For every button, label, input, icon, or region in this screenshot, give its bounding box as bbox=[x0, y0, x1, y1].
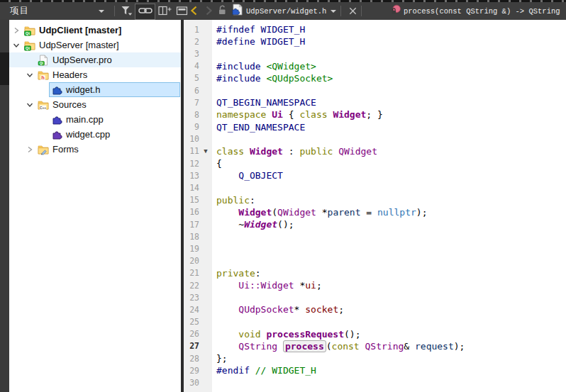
link-icon bbox=[138, 6, 152, 18]
gutter-row: 17 bbox=[184, 218, 212, 230]
gutter-row: 9 bbox=[184, 121, 212, 133]
code-line[interactable]: QString process(const QString& request); bbox=[216, 340, 566, 352]
code-line[interactable]: Ui::Widget *ui; bbox=[216, 279, 566, 291]
code-line[interactable] bbox=[216, 316, 566, 328]
code-token: QWidget bbox=[277, 207, 316, 218]
open-document-selector[interactable]: UdpServer/widget.h bbox=[246, 2, 326, 20]
gutter-row: 21 bbox=[184, 267, 212, 279]
code-line[interactable]: #include <QWidget> bbox=[216, 60, 566, 72]
code-line[interactable]: }; bbox=[216, 352, 566, 364]
code-line[interactable] bbox=[216, 376, 566, 388]
forward-button[interactable] bbox=[201, 2, 216, 21]
tree-item-widget.cpp[interactable]: widget.cpp bbox=[9, 127, 181, 142]
gutter-row: 11▼ bbox=[184, 145, 212, 157]
code-line[interactable]: public: bbox=[216, 194, 566, 206]
code-token: <QWidget> bbox=[266, 61, 316, 72]
svg-text:Qt: Qt bbox=[26, 30, 30, 35]
split-button[interactable] bbox=[156, 2, 174, 21]
code-line[interactable]: #include <QUdpSocket> bbox=[216, 72, 566, 84]
sync-with-editor-button[interactable] bbox=[135, 4, 155, 20]
code-line[interactable]: Widget(QWidget *parent = nullptr); bbox=[216, 206, 566, 218]
code-line[interactable] bbox=[216, 133, 566, 145]
tree-item-label: UdpServer.pro bbox=[52, 55, 112, 65]
code-line[interactable]: { bbox=[216, 157, 566, 169]
tree-item-label: UdpClient [master] bbox=[39, 25, 121, 35]
tree-item-sources[interactable]: C++Sources bbox=[9, 97, 181, 112]
chevron-expanded-icon[interactable] bbox=[23, 72, 35, 79]
tree-item-main.cpp[interactable]: main.cpp bbox=[9, 112, 181, 127]
line-number: 23 bbox=[184, 293, 199, 303]
toolbar-separator bbox=[340, 6, 341, 16]
filter-button[interactable] bbox=[118, 2, 135, 21]
chevron-expanded-icon[interactable] bbox=[10, 42, 22, 49]
tree-item-headers[interactable]: hHeaders bbox=[9, 67, 181, 82]
tree-item-udpserver.pro[interactable]: QtUdpServer.pro bbox=[9, 52, 181, 67]
line-number: 7 bbox=[184, 98, 199, 108]
tree-item-udpclient-master[interactable]: QtUdpClient [master] bbox=[9, 23, 181, 38]
gutter-row: 18 bbox=[184, 230, 212, 242]
code-line[interactable]: Q_OBJECT bbox=[216, 169, 566, 181]
back-icon bbox=[189, 5, 199, 19]
code-token: Widget bbox=[250, 146, 283, 157]
chevron-collapsed-icon[interactable] bbox=[10, 27, 22, 34]
close-document-button[interactable] bbox=[345, 2, 360, 21]
code-token: QT_END_NAMESPACE bbox=[216, 122, 305, 133]
project-tree-panel: QtUdpClient [master]QtUdpServer [master]… bbox=[9, 20, 181, 392]
code-line[interactable]: #endif // WIDGET_H bbox=[216, 364, 566, 376]
code-token: ; } bbox=[366, 109, 382, 120]
chevron-collapsed-icon[interactable] bbox=[23, 146, 35, 153]
fold-marker-icon[interactable]: ▼ bbox=[199, 147, 212, 155]
line-number: 18 bbox=[184, 232, 199, 242]
line-number: 2 bbox=[184, 37, 199, 47]
chevron-expanded-icon[interactable] bbox=[23, 101, 35, 108]
code-token: Q_OBJECT bbox=[238, 170, 283, 181]
code-line[interactable]: QT_BEGIN_NAMESPACE bbox=[216, 96, 566, 108]
code-line[interactable]: QUdpSocket* socket; bbox=[216, 303, 566, 315]
line-number: 10 bbox=[184, 134, 199, 144]
code-token: private bbox=[216, 268, 255, 279]
code-token: }; bbox=[216, 353, 228, 364]
line-number: 4 bbox=[184, 61, 199, 71]
gutter-row: 6 bbox=[184, 84, 212, 96]
code-line[interactable] bbox=[216, 84, 566, 96]
line-number: 15 bbox=[184, 195, 199, 205]
line-number: 16 bbox=[184, 207, 199, 217]
tree-item-label: Forms bbox=[52, 144, 79, 155]
gutter-row: 16 bbox=[184, 206, 212, 218]
symbol-label: process(const QString &) -> QString bbox=[404, 7, 560, 16]
code-line[interactable] bbox=[216, 181, 566, 194]
code-line[interactable] bbox=[216, 291, 566, 303]
gutter-row: 28 bbox=[184, 352, 212, 364]
line-number: 8 bbox=[184, 110, 199, 120]
tree-item-widget.h[interactable]: widget.h bbox=[9, 82, 181, 97]
code-line[interactable]: namespace Ui { class Widget; } bbox=[216, 108, 566, 121]
tree-item-label: widget.cpp bbox=[66, 129, 110, 140]
line-number: 29 bbox=[184, 366, 199, 376]
document-dropdown[interactable] bbox=[331, 2, 336, 20]
back-button[interactable] bbox=[187, 2, 201, 21]
code-line[interactable]: class Widget : public QWidget bbox=[216, 145, 566, 157]
line-number: 14 bbox=[184, 183, 199, 193]
code-line[interactable]: QT_END_NAMESPACE bbox=[216, 121, 566, 133]
code-line[interactable] bbox=[216, 242, 566, 254]
symbol-selector[interactable]: process(const QString &) -> QString bbox=[404, 2, 560, 20]
code-line[interactable] bbox=[216, 255, 566, 267]
code-line[interactable] bbox=[216, 230, 566, 242]
code-line[interactable]: void processRequest(); bbox=[216, 328, 566, 340]
code-area[interactable]: #ifndef WIDGET_H#define WIDGET_H#include… bbox=[212, 20, 566, 392]
gutter-row: 7 bbox=[184, 96, 212, 108]
sidebar-pane-selector[interactable]: 项目 bbox=[0, 2, 111, 20]
code-line[interactable]: #ifndef WIDGET_H bbox=[216, 23, 566, 35]
tree-item-udpserver-master[interactable]: QtUdpServer [master] bbox=[9, 38, 181, 52]
tree-item-forms[interactable]: Forms bbox=[9, 142, 181, 157]
lock-icon bbox=[217, 4, 228, 18]
toolbar-separator bbox=[361, 6, 362, 16]
code-token bbox=[216, 170, 238, 181]
code-token: Widget bbox=[238, 207, 272, 218]
code-line[interactable] bbox=[216, 47, 566, 60]
code-line[interactable]: private: bbox=[216, 267, 566, 279]
code-line[interactable]: #define WIDGET_H bbox=[216, 35, 566, 47]
code-line[interactable]: ~Widget(); bbox=[216, 218, 566, 230]
code-token: #include bbox=[216, 73, 266, 84]
code-editor[interactable]: 1234567891011▼12131415161718192021222324… bbox=[184, 20, 566, 392]
